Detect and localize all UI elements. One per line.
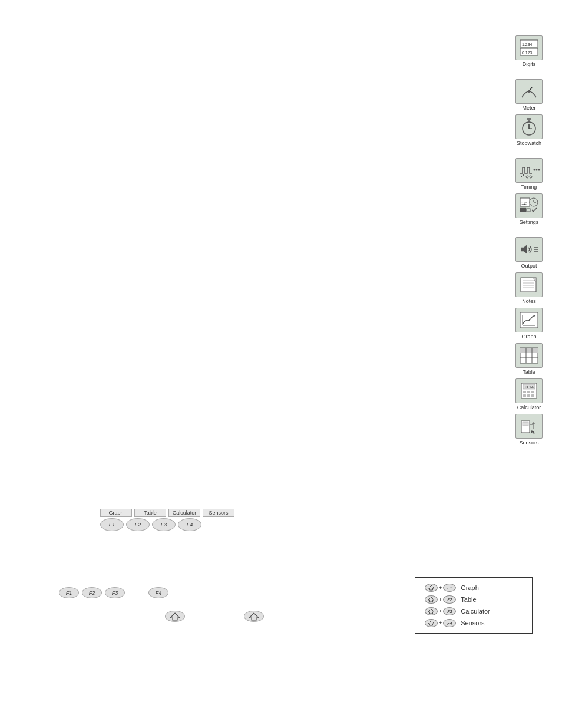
calculator-key-label: Calculator [168,509,200,517]
svg-point-29 [537,249,538,250]
timing-icon-box [515,158,543,183]
plus-graph: + [439,585,442,591]
svg-point-31 [535,251,537,252]
lower-function-keys-row: F1 F2 F3 F4 [59,587,168,598]
svg-text:12: 12 [521,200,527,206]
stopwatch-icon [519,118,539,136]
info-box: + F1 Graph + F2 Table + F3 Calculat [415,577,533,634]
svg-text:0.123: 0.123 [522,51,533,55]
output-button[interactable]: Output [514,237,544,269]
svg-point-24 [534,247,535,248]
shift-icon-left [169,612,181,621]
info-row-calculator: + F3 Calculator [425,607,523,615]
graph-combo-keys: + F1 [425,584,456,592]
f4-key[interactable]: F4 [178,518,201,531]
graph-label: Graph [521,334,536,340]
calculator-label: Calculator [517,404,541,410]
svg-rect-56 [531,391,534,393]
shift-icon-sensors [425,619,438,627]
f3-key[interactable]: F3 [152,518,176,531]
lower-f2-key[interactable]: F2 [82,587,102,598]
shift-glyph-calculator [428,608,435,614]
lower-f4-key[interactable]: F4 [148,587,168,598]
graph-key-label: Graph [100,509,132,517]
shift-icon-calculator [425,607,438,615]
info-row-sensors: + F4 Sensors [425,619,523,627]
svg-point-26 [537,247,538,248]
svg-point-14 [526,176,528,178]
svg-point-11 [534,169,535,171]
sensors-info-label: Sensors [461,620,484,627]
settings-icon-box: 12 [515,193,543,218]
digits-button[interactable]: 1.234 0.123 Digits [514,35,544,67]
plus-sensors: + [439,620,442,626]
svg-point-30 [534,251,535,252]
table-icon [519,347,539,364]
notes-label: Notes [522,298,536,304]
svg-rect-59 [531,394,534,397]
sensors-button[interactable]: Sensors [514,414,544,446]
svg-text:3.14: 3.14 [525,385,534,389]
f1-key[interactable]: F1 [100,518,124,531]
function-key-labels-row: Graph Table Calculator Sensors [100,509,234,517]
shift-key-right[interactable] [244,611,264,622]
svg-marker-69 [428,609,434,614]
meter-icon-box [515,79,543,104]
plus-table: + [439,597,442,602]
sensors-icon-box [515,414,543,439]
shift-glyph-sensors [428,620,435,626]
digits-icon-box: 1.234 0.123 [515,35,543,60]
function-keys-row: F1 F2 F3 F4 [100,518,234,531]
svg-point-13 [538,169,540,171]
calculator-button[interactable]: 3.14 Calculator [514,378,544,410]
calculator-icon: 3.14 [519,382,539,400]
svg-rect-54 [523,391,526,393]
table-key-label: Table [134,509,166,517]
output-label: Output [521,263,537,269]
f3-combo-calculator: F3 [443,607,456,615]
timing-icon [519,162,539,179]
stopwatch-label: Stopwatch [517,140,541,146]
sidebar: 1.234 0.123 Digits Meter [514,35,544,446]
timing-button[interactable]: Timing [514,158,544,190]
lower-f1-key[interactable]: F1 [59,587,79,598]
svg-point-27 [534,249,535,250]
svg-point-25 [535,247,537,248]
meter-button[interactable]: Meter [514,79,544,111]
svg-point-28 [535,249,537,250]
lower-f3-key[interactable]: F3 [105,587,125,598]
settings-label: Settings [520,219,539,225]
shift-icon-graph [425,584,438,592]
settings-button[interactable]: 12 Settings [514,193,544,225]
svg-rect-57 [523,394,526,397]
graph-button[interactable]: Graph [514,308,544,340]
svg-rect-58 [527,394,530,397]
notes-button[interactable]: Notes [514,272,544,304]
plus-calculator: + [439,608,442,614]
svg-text:1.234: 1.234 [522,42,533,47]
shift-glyph-table [428,597,435,602]
keyboard-lower-section: F1 F2 F3 F4 [59,587,168,598]
info-row-graph: + F1 Graph [425,584,523,592]
shift-key-left[interactable] [165,611,185,622]
f2-combo-table: F2 [443,595,456,604]
svg-rect-22 [527,209,530,212]
digits-label: Digits [523,61,536,67]
graph-icon-box [515,308,543,332]
svg-point-12 [536,169,538,171]
shift-icon-table [425,595,438,604]
shift-glyph-graph [428,585,435,591]
svg-rect-48 [520,348,538,353]
shift-keys-area [165,611,264,622]
stopwatch-icon-box [515,114,543,139]
notes-icon [519,276,539,294]
f4-combo-sensors: F4 [443,619,456,627]
svg-marker-66 [249,613,259,620]
stopwatch-button[interactable]: Stopwatch [514,114,544,146]
f2-key[interactable]: F2 [126,518,150,531]
info-row-table: + F2 Table [425,595,523,604]
table-button[interactable]: Table [514,343,544,375]
svg-point-32 [537,251,538,252]
sensors-combo-keys: + F4 [425,619,456,627]
svg-marker-70 [428,621,434,625]
